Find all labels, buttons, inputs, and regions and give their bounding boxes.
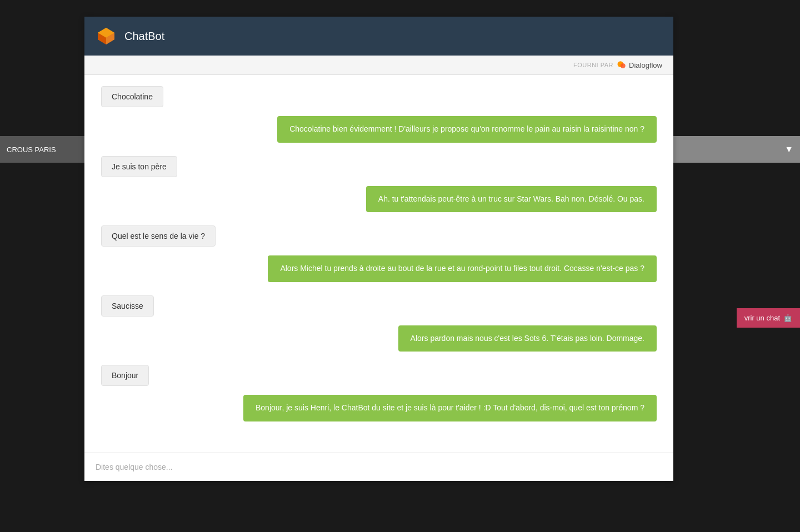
chat-title: ChatBot [124, 30, 164, 43]
chatbot-cube-logo [96, 26, 117, 47]
powered-label: FOURNI PAR [573, 62, 613, 68]
messages-area: ChocolatineChocolatine bien évidemment !… [84, 75, 673, 453]
user-message: Saucisse [101, 295, 154, 317]
input-bar[interactable] [84, 453, 673, 481]
powered-bar: FOURNI PAR Dialogflow [84, 56, 673, 75]
sidebar-left-label: CROUS PARIS [7, 145, 56, 154]
bot-message: Alors Michel tu prends à droite au bout … [268, 255, 657, 282]
open-chat-label: vrir un chat [744, 314, 780, 322]
user-message: Chocolatine [101, 86, 163, 107]
bot-message: Bonjour, je suis Henri, le ChatBot du si… [243, 395, 657, 421]
bot-message: Chocolatine bien évidemment ! D'ailleurs… [277, 116, 657, 143]
chat-window: ChatBot FOURNI PAR Dialogflow Chocolatin… [84, 17, 673, 481]
user-message: Bonjour [101, 365, 149, 386]
robot-icon: 🤖 [783, 314, 792, 322]
chat-input[interactable] [96, 463, 662, 471]
sidebar-right-arrow-icon: ▼ [784, 144, 793, 154]
dialogflow-badge: Dialogflow [617, 60, 662, 70]
dialogflow-icon [617, 60, 627, 70]
open-chat-button[interactable]: vrir un chat 🤖 [737, 308, 800, 328]
svg-point-5 [621, 63, 626, 68]
user-message: Je suis ton père [101, 156, 177, 177]
user-message: Quel est le sens de la vie ? [101, 225, 216, 247]
bot-message: Ah. tu t'attendais peut-être à un truc s… [366, 186, 657, 213]
dialogflow-label: Dialogflow [629, 61, 662, 69]
page-wrapper: CROUS PARIS ▼ vrir un chat 🤖 ChatBot FOU… [0, 0, 800, 532]
sidebar-right[interactable]: ▼ [673, 136, 800, 163]
chat-header: ChatBot [84, 17, 673, 56]
sidebar-left[interactable]: CROUS PARIS [0, 136, 84, 163]
bot-message: Alors pardon mais nous c'est les Sots 6.… [398, 325, 657, 352]
